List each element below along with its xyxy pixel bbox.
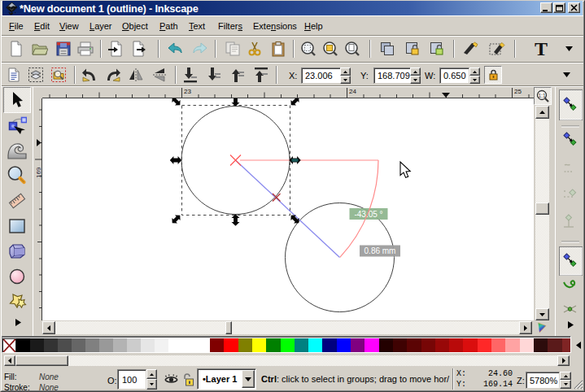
- svg-text:25: 25: [514, 88, 522, 95]
- svg-text:23: 23: [184, 88, 191, 95]
- svg-text:0.86 mm: 0.86 mm: [365, 246, 396, 255]
- svg-text:1:1: 1:1: [538, 93, 545, 98]
- svg-text:169: 169: [35, 167, 42, 178]
- svg-text:24: 24: [349, 88, 356, 95]
